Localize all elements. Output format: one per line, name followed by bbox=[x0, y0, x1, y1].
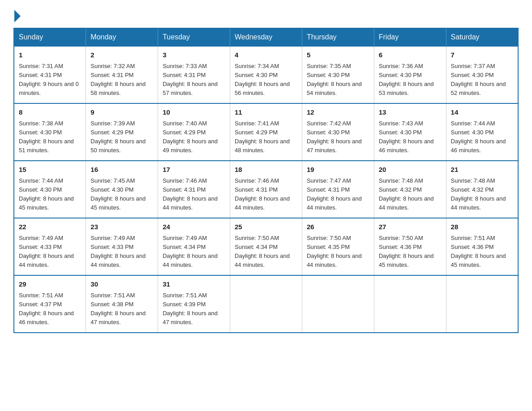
calendar-cell: 23 Sunrise: 7:49 AMSunset: 4:33 PMDaylig… bbox=[86, 218, 158, 275]
day-info: Sunrise: 7:45 AMSunset: 4:30 PMDaylight:… bbox=[90, 177, 146, 211]
day-info: Sunrise: 7:51 AMSunset: 4:36 PMDaylight:… bbox=[451, 235, 506, 268]
day-info: Sunrise: 7:31 AMSunset: 4:31 PMDaylight:… bbox=[19, 63, 79, 96]
day-number: 10 bbox=[163, 107, 225, 118]
calendar-cell bbox=[302, 275, 374, 333]
calendar-cell: 29 Sunrise: 7:51 AMSunset: 4:37 PMDaylig… bbox=[14, 275, 86, 333]
day-info: Sunrise: 7:43 AMSunset: 4:30 PMDaylight:… bbox=[379, 120, 434, 154]
calendar-cell: 10 Sunrise: 7:40 AMSunset: 4:29 PMDaylig… bbox=[158, 103, 230, 161]
day-number: 9 bbox=[90, 107, 153, 118]
day-number: 29 bbox=[19, 279, 81, 290]
day-info: Sunrise: 7:38 AMSunset: 4:30 PMDaylight:… bbox=[19, 120, 74, 154]
day-number: 8 bbox=[19, 107, 81, 118]
day-info: Sunrise: 7:41 AMSunset: 4:29 PMDaylight:… bbox=[235, 120, 290, 154]
weekday-header-wednesday: Wednesday bbox=[230, 28, 302, 46]
calendar-cell: 13 Sunrise: 7:43 AMSunset: 4:30 PMDaylig… bbox=[374, 103, 446, 161]
calendar-cell: 24 Sunrise: 7:49 AMSunset: 4:34 PMDaylig… bbox=[158, 218, 230, 275]
day-info: Sunrise: 7:34 AMSunset: 4:30 PMDaylight:… bbox=[235, 63, 290, 96]
day-number: 4 bbox=[235, 50, 297, 60]
day-info: Sunrise: 7:50 AMSunset: 4:36 PMDaylight:… bbox=[379, 235, 434, 268]
weekday-header-saturday: Saturday bbox=[446, 28, 518, 46]
day-number: 27 bbox=[379, 222, 442, 232]
day-number: 11 bbox=[235, 107, 297, 118]
calendar-cell: 16 Sunrise: 7:45 AMSunset: 4:30 PMDaylig… bbox=[86, 161, 158, 218]
day-number: 7 bbox=[451, 50, 513, 60]
day-number: 2 bbox=[90, 50, 153, 60]
calendar-cell bbox=[374, 275, 446, 333]
calendar-cell: 25 Sunrise: 7:50 AMSunset: 4:34 PMDaylig… bbox=[230, 218, 302, 275]
day-info: Sunrise: 7:46 AMSunset: 4:31 PMDaylight:… bbox=[235, 177, 290, 211]
calendar-cell: 30 Sunrise: 7:51 AMSunset: 4:38 PMDaylig… bbox=[86, 275, 158, 333]
day-info: Sunrise: 7:49 AMSunset: 4:34 PMDaylight:… bbox=[163, 235, 218, 268]
day-info: Sunrise: 7:32 AMSunset: 4:31 PMDaylight:… bbox=[90, 63, 146, 96]
logo-arrow-icon bbox=[14, 10, 21, 22]
calendar-cell: 14 Sunrise: 7:44 AMSunset: 4:30 PMDaylig… bbox=[446, 103, 518, 161]
day-number: 5 bbox=[307, 50, 369, 60]
calendar-week-row: 1 Sunrise: 7:31 AMSunset: 4:31 PMDayligh… bbox=[14, 46, 518, 103]
day-number: 14 bbox=[451, 107, 513, 118]
calendar-cell: 11 Sunrise: 7:41 AMSunset: 4:29 PMDaylig… bbox=[230, 103, 302, 161]
calendar-cell: 6 Sunrise: 7:36 AMSunset: 4:30 PMDayligh… bbox=[374, 46, 446, 103]
calendar-header-row: SundayMondayTuesdayWednesdayThursdayFrid… bbox=[14, 28, 518, 46]
calendar-cell: 9 Sunrise: 7:39 AMSunset: 4:29 PMDayligh… bbox=[86, 103, 158, 161]
day-info: Sunrise: 7:48 AMSunset: 4:32 PMDaylight:… bbox=[379, 177, 434, 211]
day-number: 6 bbox=[379, 50, 442, 60]
day-number: 30 bbox=[90, 279, 153, 290]
day-info: Sunrise: 7:49 AMSunset: 4:33 PMDaylight:… bbox=[19, 235, 74, 268]
calendar-cell: 21 Sunrise: 7:48 AMSunset: 4:32 PMDaylig… bbox=[446, 161, 518, 218]
day-number: 21 bbox=[451, 165, 513, 175]
calendar-cell: 7 Sunrise: 7:37 AMSunset: 4:30 PMDayligh… bbox=[446, 46, 518, 103]
calendar-week-row: 22 Sunrise: 7:49 AMSunset: 4:33 PMDaylig… bbox=[14, 218, 518, 275]
day-info: Sunrise: 7:33 AMSunset: 4:31 PMDaylight:… bbox=[163, 63, 218, 96]
calendar-cell bbox=[446, 275, 518, 333]
logo bbox=[13, 9, 21, 19]
page-header bbox=[13, 9, 519, 19]
day-number: 13 bbox=[379, 107, 442, 118]
day-info: Sunrise: 7:36 AMSunset: 4:30 PMDaylight:… bbox=[379, 63, 434, 96]
calendar-cell: 27 Sunrise: 7:50 AMSunset: 4:36 PMDaylig… bbox=[374, 218, 446, 275]
day-number: 15 bbox=[19, 165, 81, 175]
day-info: Sunrise: 7:42 AMSunset: 4:30 PMDaylight:… bbox=[307, 120, 362, 154]
calendar-cell: 31 Sunrise: 7:51 AMSunset: 4:39 PMDaylig… bbox=[158, 275, 230, 333]
calendar-cell: 19 Sunrise: 7:47 AMSunset: 4:31 PMDaylig… bbox=[302, 161, 374, 218]
day-number: 22 bbox=[19, 222, 81, 232]
day-info: Sunrise: 7:39 AMSunset: 4:29 PMDaylight:… bbox=[90, 120, 146, 154]
day-info: Sunrise: 7:35 AMSunset: 4:30 PMDaylight:… bbox=[307, 63, 362, 96]
day-number: 16 bbox=[90, 165, 153, 175]
calendar-week-row: 29 Sunrise: 7:51 AMSunset: 4:37 PMDaylig… bbox=[14, 275, 518, 333]
calendar-cell: 28 Sunrise: 7:51 AMSunset: 4:36 PMDaylig… bbox=[446, 218, 518, 275]
calendar-cell: 26 Sunrise: 7:50 AMSunset: 4:35 PMDaylig… bbox=[302, 218, 374, 275]
weekday-header-monday: Monday bbox=[86, 28, 158, 46]
day-number: 20 bbox=[379, 165, 442, 175]
day-info: Sunrise: 7:51 AMSunset: 4:38 PMDaylight:… bbox=[90, 292, 146, 325]
day-info: Sunrise: 7:51 AMSunset: 4:37 PMDaylight:… bbox=[19, 292, 74, 325]
weekday-header-thursday: Thursday bbox=[302, 28, 374, 46]
calendar-cell: 1 Sunrise: 7:31 AMSunset: 4:31 PMDayligh… bbox=[14, 46, 86, 103]
day-number: 26 bbox=[307, 222, 369, 232]
day-info: Sunrise: 7:48 AMSunset: 4:32 PMDaylight:… bbox=[451, 177, 506, 211]
day-info: Sunrise: 7:51 AMSunset: 4:39 PMDaylight:… bbox=[163, 292, 218, 325]
calendar-cell: 4 Sunrise: 7:34 AMSunset: 4:30 PMDayligh… bbox=[230, 46, 302, 103]
weekday-header-tuesday: Tuesday bbox=[158, 28, 230, 46]
calendar-cell: 3 Sunrise: 7:33 AMSunset: 4:31 PMDayligh… bbox=[158, 46, 230, 103]
calendar-cell: 15 Sunrise: 7:44 AMSunset: 4:30 PMDaylig… bbox=[14, 161, 86, 218]
day-number: 24 bbox=[163, 222, 225, 232]
weekday-header-sunday: Sunday bbox=[14, 28, 86, 46]
day-info: Sunrise: 7:46 AMSunset: 4:31 PMDaylight:… bbox=[163, 177, 218, 211]
day-number: 1 bbox=[19, 50, 81, 60]
calendar-cell bbox=[230, 275, 302, 333]
day-info: Sunrise: 7:40 AMSunset: 4:29 PMDaylight:… bbox=[163, 120, 218, 154]
day-info: Sunrise: 7:44 AMSunset: 4:30 PMDaylight:… bbox=[451, 120, 506, 154]
calendar-week-row: 15 Sunrise: 7:44 AMSunset: 4:30 PMDaylig… bbox=[14, 161, 518, 218]
calendar-cell: 12 Sunrise: 7:42 AMSunset: 4:30 PMDaylig… bbox=[302, 103, 374, 161]
day-number: 12 bbox=[307, 107, 369, 118]
day-number: 3 bbox=[163, 50, 225, 60]
day-number: 23 bbox=[90, 222, 153, 232]
weekday-header-friday: Friday bbox=[374, 28, 446, 46]
day-number: 19 bbox=[307, 165, 369, 175]
day-info: Sunrise: 7:50 AMSunset: 4:35 PMDaylight:… bbox=[307, 235, 362, 268]
calendar-cell: 20 Sunrise: 7:48 AMSunset: 4:32 PMDaylig… bbox=[374, 161, 446, 218]
day-info: Sunrise: 7:47 AMSunset: 4:31 PMDaylight:… bbox=[307, 177, 362, 211]
day-number: 28 bbox=[451, 222, 513, 232]
day-number: 31 bbox=[163, 279, 225, 290]
calendar-cell: 2 Sunrise: 7:32 AMSunset: 4:31 PMDayligh… bbox=[86, 46, 158, 103]
